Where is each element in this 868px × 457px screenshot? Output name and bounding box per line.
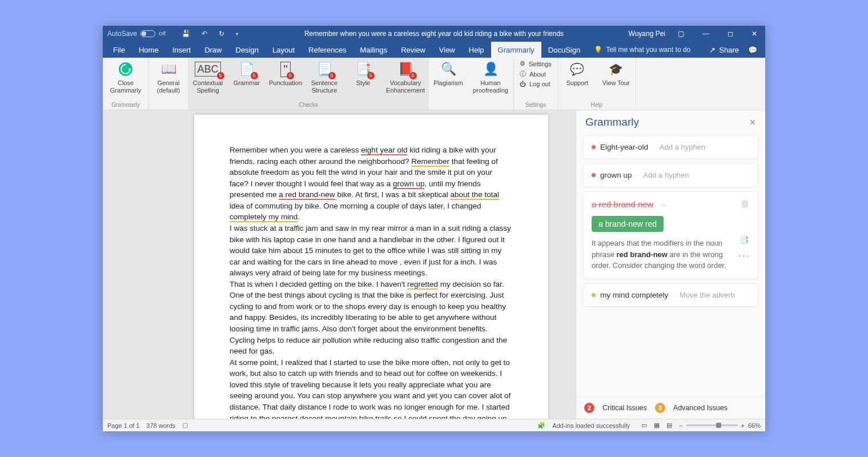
- advanced-issues-label[interactable]: Advanced Issues: [673, 404, 728, 412]
- redo-icon[interactable]: ↻: [219, 30, 224, 38]
- page-scroll[interactable]: Remember when you were a careless eight …: [103, 110, 576, 419]
- tab-layout[interactable]: Layout: [266, 42, 302, 58]
- zoom-slider[interactable]: [686, 424, 738, 426]
- paragraph: At some point, I realized that I started…: [230, 357, 513, 419]
- person-icon: 👤: [483, 62, 499, 76]
- sentence-structure-button[interactable]: 📃5 Sentence Structure: [305, 58, 344, 102]
- critical-dot-icon: [592, 145, 596, 149]
- ribbon-group-grammarly: Grammarly: [103, 102, 148, 110]
- tab-file[interactable]: File: [106, 42, 132, 58]
- status-bar: Page 1 of 1 378 words ▢ 🧩 Add-ins loaded…: [103, 419, 765, 431]
- zoom-level[interactable]: 66%: [748, 422, 761, 429]
- ribbon-group-checks: Checks: [188, 102, 428, 110]
- share-button[interactable]: ↗ Share: [705, 42, 744, 58]
- about-button[interactable]: ⓘAbout: [520, 70, 552, 78]
- dismiss-icon[interactable]: 🗑: [741, 199, 750, 209]
- contextual-spelling-button[interactable]: ABC5 Contextual Spelling: [188, 58, 227, 102]
- error-span: completely my mind: [230, 213, 298, 222]
- tab-mailings[interactable]: Mailings: [353, 42, 395, 58]
- user-name[interactable]: Wuyang Pei: [629, 30, 665, 38]
- title-bar: AutoSave Off 💾 ↶ ↻ ▾ Remember when you w…: [103, 26, 765, 42]
- autosave-state: Off: [159, 31, 166, 37]
- proofing-icon[interactable]: ▢: [182, 422, 188, 429]
- document-page[interactable]: Remember when you were a careless eight …: [194, 115, 548, 419]
- comments-button[interactable]: 💬: [744, 42, 762, 58]
- undo-icon[interactable]: ↶: [202, 30, 207, 38]
- advanced-count-badge[interactable]: 3: [655, 403, 665, 413]
- close-grammarly-button[interactable]: Close Grammarly: [103, 58, 148, 102]
- tell-me-search[interactable]: 💡 Tell me what you want to do: [587, 42, 697, 58]
- grammarly-logo-icon: [118, 62, 133, 77]
- add-to-dict-icon[interactable]: 📑: [740, 235, 749, 244]
- view-tour-button[interactable]: 🎓 View Tour: [597, 58, 636, 102]
- zoom-out-button[interactable]: −: [679, 422, 682, 429]
- print-layout-icon[interactable]: ▦: [654, 422, 660, 429]
- panel-title: Grammarly: [585, 116, 639, 129]
- ribbon-display-icon[interactable]: ▢: [672, 26, 690, 42]
- zoom-in-button[interactable]: +: [741, 422, 745, 429]
- general-default-button[interactable]: 📖 General (default): [149, 58, 188, 102]
- explanation-text: It appears that the modifiers in the nou…: [592, 238, 750, 271]
- tab-help[interactable]: Help: [462, 42, 491, 58]
- suggestion-card-expanded: a red brand new → 🗑 a brand-new red 📑 ••…: [583, 191, 758, 279]
- ribbon-group-settings: Settings: [514, 102, 557, 110]
- style-button[interactable]: 📑5 Style: [344, 58, 383, 102]
- tab-view[interactable]: View: [432, 42, 462, 58]
- suggestion-card[interactable]: grown up · Add a hyphen: [583, 163, 758, 187]
- read-mode-icon[interactable]: ▭: [641, 422, 647, 429]
- maximize-icon[interactable]: ◻: [722, 26, 739, 42]
- tab-insert[interactable]: Insert: [166, 42, 198, 58]
- error-span: Remember: [411, 157, 449, 167]
- dot-sep: ·: [653, 143, 655, 151]
- share-icon: ↗: [709, 46, 716, 54]
- tab-references[interactable]: References: [302, 42, 353, 58]
- close-icon[interactable]: ✕: [746, 26, 763, 42]
- document-area: Remember when you were a careless eight …: [103, 110, 765, 419]
- quick-access-toolbar: 💾 ↶ ↻ ▾: [170, 30, 250, 38]
- suggestion-hint: Add a hyphen: [660, 143, 705, 151]
- tab-grammarly[interactable]: Grammarly: [491, 42, 541, 58]
- tab-docusign[interactable]: DocuSign: [541, 42, 587, 58]
- error-span: grown up: [393, 179, 425, 189]
- ribbon-tabs: File Home Insert Draw Design Layout Refe…: [103, 42, 765, 58]
- suggestion-hint: Move the adverb: [680, 291, 735, 299]
- tab-review[interactable]: Review: [394, 42, 432, 58]
- apply-suggestion-button[interactable]: a brand-new red: [592, 216, 664, 232]
- strike-text: a red brand new: [592, 199, 653, 209]
- suggestion-text: my mind completely: [600, 291, 668, 299]
- vocabulary-enhancement-button[interactable]: 📕5 Vocabulary Enhancement: [383, 58, 428, 102]
- magnify-icon: 🔍: [441, 62, 456, 76]
- settings-button[interactable]: ⚙Settings: [520, 60, 552, 67]
- graduation-icon: 🎓: [609, 63, 623, 76]
- minimize-icon[interactable]: —: [697, 26, 715, 42]
- autosave-toggle[interactable]: AutoSave Off: [103, 30, 170, 38]
- more-icon[interactable]: •••: [738, 252, 750, 260]
- grammar-button[interactable]: 📄5 Grammar: [227, 58, 266, 102]
- web-layout-icon[interactable]: ▤: [666, 422, 672, 429]
- addins-status: Add-ins loaded successfully: [552, 422, 630, 429]
- panel-close-icon[interactable]: ✕: [749, 118, 756, 127]
- autosave-label: AutoSave: [107, 30, 137, 38]
- error-span: regretted: [407, 280, 438, 290]
- human-proofreading-button[interactable]: 👤 Human proofreading: [468, 58, 513, 102]
- tab-design[interactable]: Design: [229, 42, 266, 58]
- page-indicator[interactable]: Page 1 of 1: [107, 422, 139, 429]
- critical-count-badge[interactable]: 2: [584, 403, 594, 413]
- qat-more-icon[interactable]: ▾: [236, 31, 238, 37]
- advanced-dot-icon: [592, 293, 596, 297]
- grammarly-panel: Grammarly ✕ Eight-year-old · Add a hyphe…: [576, 110, 765, 419]
- toggle-icon: [140, 30, 155, 37]
- suggestion-card[interactable]: my mind completely · Move the adverb: [583, 283, 758, 307]
- save-icon[interactable]: 💾: [182, 30, 190, 38]
- tab-home[interactable]: Home: [132, 42, 166, 58]
- logout-button[interactable]: ⏻Log out: [520, 81, 552, 87]
- punctuation-button[interactable]: "5 Punctuation: [266, 58, 305, 102]
- plagiarism-button[interactable]: 🔍 Plagiarism: [429, 58, 468, 102]
- suggestion-card[interactable]: Eight-year-old · Add a hyphen: [583, 135, 758, 159]
- tab-draw[interactable]: Draw: [198, 42, 228, 58]
- support-button[interactable]: 💬 Support: [558, 58, 597, 102]
- word-count[interactable]: 378 words: [146, 422, 175, 429]
- error-span: a red brand-new: [279, 190, 335, 200]
- critical-issues-label[interactable]: Critical Issues: [602, 404, 647, 412]
- paragraph: That is when I decided getting on the bi…: [230, 279, 513, 357]
